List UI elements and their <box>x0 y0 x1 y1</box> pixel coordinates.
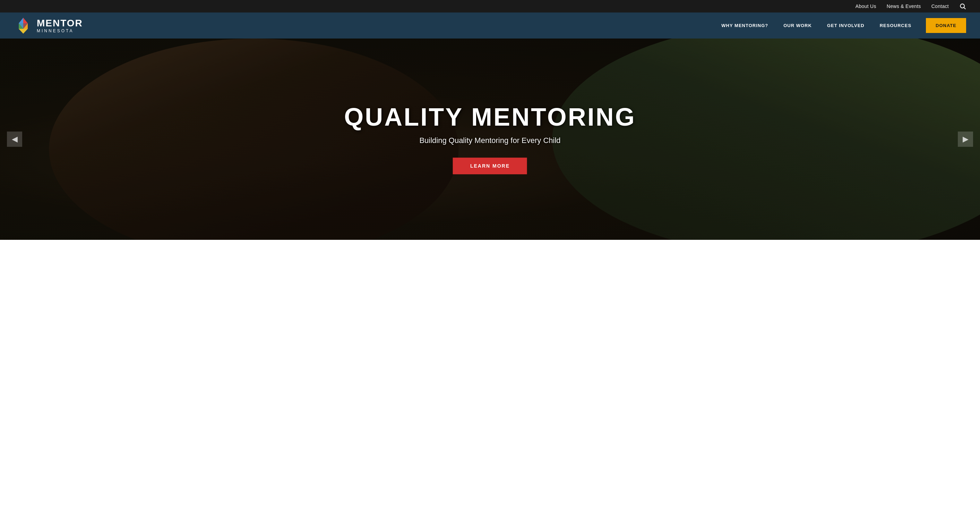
logo-mentor-text: MENTOR <box>37 18 83 28</box>
hero-content: QUALITY MENTORING Building Quality Mento… <box>98 104 882 174</box>
news-events-link[interactable]: News & Events <box>887 3 921 9</box>
svg-marker-6 <box>19 29 28 34</box>
nav-why-mentoring[interactable]: WHY MENTORING? <box>714 13 776 38</box>
main-nav: MENTOR MINNESOTA WHY MENTORING? OUR WORK… <box>0 13 980 38</box>
nav-our-work[interactable]: OUR WORK <box>776 13 819 38</box>
slider-arrow-right[interactable] <box>958 131 973 147</box>
logo-minnesota-text: MINNESOTA <box>37 29 83 33</box>
svg-marker-3 <box>19 18 23 23</box>
logo-icon <box>14 16 33 35</box>
contact-link[interactable]: Contact <box>931 3 949 9</box>
about-us-link[interactable]: About Us <box>856 3 876 9</box>
svg-point-0 <box>960 4 964 8</box>
hero-subtitle: Building Quality Mentoring for Every Chi… <box>98 136 882 145</box>
search-icon[interactable] <box>959 3 966 10</box>
bottom-section <box>0 240 980 268</box>
nav-resources[interactable]: RESOURCES <box>872 13 919 38</box>
donate-button[interactable]: DONATE <box>926 18 966 33</box>
top-bar: About Us News & Events Contact <box>0 0 980 13</box>
nav-links: WHY MENTORING? OUR WORK GET INVOLVED RES… <box>714 13 966 38</box>
nav-get-involved[interactable]: GET INVOLVED <box>819 13 872 38</box>
svg-marker-2 <box>23 18 28 23</box>
hero-section: QUALITY MENTORING Building Quality Mento… <box>0 38 980 240</box>
hero-cta-button[interactable]: LEARN MORE <box>453 158 527 174</box>
logo[interactable]: MENTOR MINNESOTA <box>14 16 83 35</box>
slider-arrow-left[interactable] <box>7 131 22 147</box>
hero-title: QUALITY MENTORING <box>98 104 882 131</box>
svg-line-1 <box>964 8 966 10</box>
